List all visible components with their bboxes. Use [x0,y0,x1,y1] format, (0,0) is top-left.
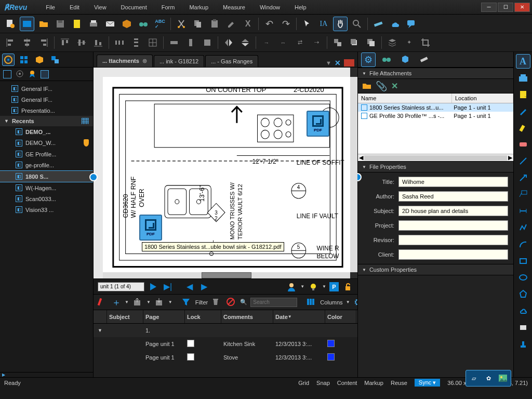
highlighter-tool-icon[interactable] [516,121,530,135]
zoom-icon[interactable] [350,17,364,31]
export-icon[interactable] [132,295,143,310]
tree-recent[interactable]: ◧Scan0033... [0,193,93,204]
dist-h-icon[interactable] [112,35,127,50]
drawing-canvas[interactable]: ON COUNTER TOP 2-CD2020 12'-7 1/2" LINE … [103,77,350,272]
input-project[interactable] [398,220,508,231]
new-icon[interactable] [3,17,18,31]
menu-help[interactable]: Help [287,3,314,12]
dimension-tool-icon[interactable] [516,204,530,218]
group-icon[interactable] [330,35,345,50]
menu-edit[interactable]: Edit [62,3,87,12]
cloud-tool-icon[interactable] [516,303,530,318]
remove-icon[interactable]: ✕ [391,81,398,91]
ruler-icon[interactable] [371,17,385,31]
page-icon[interactable] [41,70,49,78]
col-date[interactable]: Date [273,310,325,323]
eraser-tool-icon[interactable] [516,137,530,152]
toggle-content[interactable]: Content [337,380,357,386]
window-minimize[interactable]: ─ [481,3,497,12]
center-icon[interactable] [145,35,160,50]
tree-recent[interactable]: ◧W(-Hagen... [0,182,93,193]
toggle-reuse[interactable]: Reuse [391,380,407,386]
columns-label[interactable]: Columns [320,299,342,305]
markup-row[interactable]: Page unit 1 Stove 12/3/2013 3:... None [94,351,357,364]
markup-row[interactable]: Page unit 1 Kitchen Sink 12/3/2013 3:...… [94,337,357,351]
input-client[interactable] [398,249,508,260]
dist-v-icon[interactable] [129,35,143,50]
tree-recent[interactable]: ◧Vision33 ... [0,204,93,215]
play-icon[interactable] [148,281,159,292]
file-properties-header[interactable]: ▼File Properties [358,161,513,172]
paste-icon[interactable] [207,17,222,31]
att-col-loc[interactable]: Location [452,94,513,103]
text-tool-icon[interactable]: A [516,54,530,69]
notes-icon[interactable] [70,17,84,31]
markups-grid[interactable]: Subject Page Lock Comments Date Color St… [94,310,357,377]
ocr-icon[interactable]: ABC✓ [153,17,167,31]
recents-header[interactable]: ▼Recents [0,116,93,126]
custom-properties-header[interactable]: ▼Custom Properties [358,264,513,275]
att-scrollbar[interactable]: ◀▶ [358,154,513,161]
align-center-h-icon[interactable] [20,35,34,50]
record-icon[interactable] [16,70,24,79]
align-bottom-icon[interactable] [91,35,105,50]
tree-item[interactable]: ◧Presentatio... [0,105,93,116]
markup-group-row[interactable]: ▼1. [94,324,357,337]
crop-icon[interactable] [418,35,433,50]
callout-icon[interactable] [404,17,419,31]
view-image-icon[interactable] [497,373,509,384]
back-icon[interactable] [364,35,378,50]
input-title[interactable] [398,177,508,187]
attachment-row[interactable]: GE Profile 30 Profile™ ...s -... Page 1 … [358,112,513,120]
menu-document[interactable]: Document [114,3,154,12]
flip-h-icon[interactable] [221,35,236,50]
arrow-dash-icon[interactable]: ⇢ [309,35,324,50]
col-lock[interactable]: Lock [185,310,221,323]
col-page[interactable]: Page [143,310,185,323]
polyline-tool-icon[interactable] [516,220,530,235]
col-color[interactable]: Color [325,310,356,323]
typewriter-icon[interactable] [516,71,530,85]
pan-icon[interactable] [333,17,348,31]
next-page-icon[interactable]: ▶| [162,281,174,292]
cube-tab-icon[interactable] [398,52,413,67]
line-tool-icon[interactable] [516,154,530,168]
toggle-snap[interactable]: Snap [316,380,330,386]
tree-recent-selected[interactable]: ◧1800 S... [0,170,93,182]
user-icon[interactable] [286,281,297,292]
flatten-icon[interactable] [385,35,400,50]
menu-window[interactable]: Window [252,3,287,12]
toggle-grid[interactable]: Grid [298,380,309,386]
markups-search[interactable] [250,298,297,307]
flip-v-icon[interactable] [238,35,252,50]
arrow-zigzag-icon[interactable]: ⇄ [292,35,307,50]
folder-open-icon[interactable] [362,82,371,91]
import-icon[interactable] [154,295,165,310]
explode-icon[interactable]: ✦ [402,35,416,50]
unlock-icon[interactable] [342,281,353,292]
clear-filter-icon[interactable] [225,295,237,310]
paperclip-icon[interactable]: 📎 [376,81,387,92]
scrollbar-vertical[interactable] [350,77,357,272]
input-revisor[interactable] [398,235,508,245]
toggle-markup[interactable]: Markup [364,380,383,386]
pen-red-icon[interactable] [97,295,108,310]
front-icon[interactable] [347,35,362,50]
arrow-both-icon[interactable]: ↔ [276,35,290,50]
menu-form[interactable]: Form [154,3,182,12]
tree-recent[interactable]: ◧GE Profile... [0,149,93,159]
view-gear-icon[interactable]: ✿ [483,373,494,384]
close-tab-icon[interactable]: ⊗ [142,58,147,64]
page-input[interactable] [98,282,144,291]
ruler-tab-icon[interactable] [417,52,432,67]
gear-tab-icon[interactable]: ⚙ [361,52,376,67]
nav-fwd-icon[interactable]: ▶ [198,281,210,292]
att-col-name[interactable]: Name [358,94,452,103]
tab-close-all-icon[interactable]: ✕ [335,59,341,67]
pen-tool-icon[interactable] [516,104,530,118]
tree-item[interactable]: ◧General IF... [0,94,93,105]
attachments-header[interactable]: ▼File Attachments [358,68,513,79]
align-right-icon[interactable] [36,35,51,50]
undo-icon[interactable]: ↶ [262,17,276,31]
tree-item[interactable]: ◧General IF... [0,83,93,94]
